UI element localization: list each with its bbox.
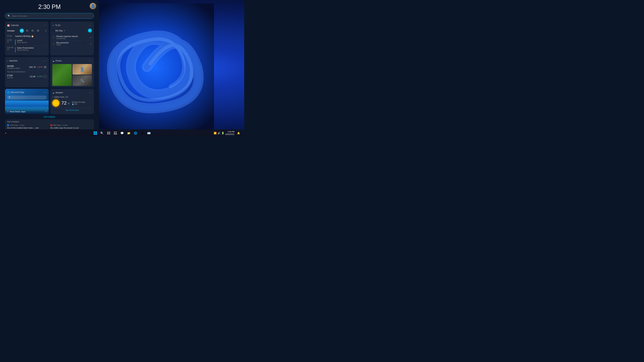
cal-event-lunch-details: Lunch Omar Bennet <box>17 39 27 43</box>
todo-myday-label: My Day <box>55 29 63 32</box>
svg-rect-13 <box>116 133 117 135</box>
cal-day-22[interactable]: 22 <box>30 28 35 33</box>
search-input[interactable] <box>12 15 92 17</box>
story-1-source-icon <box>7 124 9 126</box>
widgets-button[interactable] <box>112 130 118 136</box>
svg-rect-8 <box>109 133 110 134</box>
profile-avatar[interactable]: 👤 <box>90 3 96 9</box>
todo-star-2[interactable]: ☆ <box>90 42 92 45</box>
todo-header: ✔ To Do ··· <box>52 23 92 27</box>
battery-icon[interactable]: 🔋 <box>221 132 224 134</box>
stock-wgrb[interactable]: WGRB Woodgrove Bank 435.75 -1.67% ● <box>7 64 46 70</box>
weather-unit-f: °F <box>68 102 70 105</box>
todo-myday-chevron-icon[interactable]: ∨ <box>64 29 65 32</box>
edge-taskbar-button[interactable]: 🌐 <box>132 130 138 136</box>
widget-grid: 📅 Calendar ··· October 20 21 22 23 ∨ All… <box>5 21 94 114</box>
photo-item-2[interactable] <box>72 64 92 75</box>
story-item-1[interactable]: USA Today · 3 mins One of the smallest b… <box>7 124 49 129</box>
edge-menu-button[interactable]: ··· <box>43 90 46 94</box>
story-item-2[interactable]: NBC News · 5 mins Are coffee naps the an… <box>50 124 92 129</box>
cal-birthday-title: Sophia's Birthday 🎂 <box>15 35 46 37</box>
top-stories-section: TOP STORIES USA Today · 3 mins One of th… <box>5 119 94 131</box>
taskbar-left: ∧ <box>3 130 9 136</box>
weather-temperature: 72 <box>62 100 66 106</box>
taskbar-search-button[interactable]: 🔍 <box>99 130 105 136</box>
photos-menu-button[interactable]: ··· <box>88 59 92 63</box>
todo-title-1: Review expense reports <box>56 35 88 37</box>
search-bar[interactable]: 🔍 <box>5 13 94 19</box>
edge-browser-icon: 🌐 <box>7 91 10 94</box>
calendar-event-lunch[interactable]: 12 PM 1h Lunch Omar Bennet <box>7 38 46 46</box>
photo-item-3[interactable] <box>72 75 92 86</box>
photos-title: Photos <box>56 60 62 62</box>
calendar-month-row: October 20 21 22 23 ∨ <box>7 28 46 33</box>
cal-day-21[interactable]: 21 <box>25 28 29 33</box>
stories-grid: USA Today · 3 mins One of the smallest b… <box>7 124 92 129</box>
watchlist-menu-button[interactable]: ··· <box>43 59 46 63</box>
calendar-menu-button[interactable]: ··· <box>43 23 46 27</box>
edge-expand-icon[interactable]: ↗ <box>45 110 47 113</box>
system-tray-icons: 📶 🔊 🔋 <box>214 132 224 134</box>
weather-menu-button[interactable]: ··· <box>88 91 92 94</box>
todo-circle-2[interactable] <box>52 42 55 45</box>
calendar-days: 20 21 22 23 <box>20 28 40 33</box>
story-2-source-row: NBC News · 5 mins <box>50 124 92 126</box>
cal-day-23[interactable]: 23 <box>36 28 40 33</box>
todo-item-2[interactable]: Buy groceries Tasks ☆ <box>52 40 92 47</box>
photos-grid <box>52 64 92 86</box>
taskbar-clock[interactable]: 2:30 PM 10/20/2021 <box>225 131 234 136</box>
svg-rect-3 <box>94 133 95 135</box>
todo-add-button[interactable]: + <box>88 28 92 32</box>
photos-title-row: ☁ Photos <box>52 60 62 62</box>
wifi-icon[interactable]: 📶 <box>214 132 216 134</box>
stock-ctsp-indicator: ○ <box>44 75 46 78</box>
calendar-event-birthday[interactable]: All day Sophia's Birthday 🎂 <box>7 34 46 38</box>
cal-event-birthday-details: Sophia's Birthday 🎂 <box>15 35 46 37</box>
chat-button[interactable]: 💬 <box>119 130 125 136</box>
microsoft-store-button[interactable]: 🛍 <box>139 130 145 136</box>
edge-search-bar[interactable]: 🔍 <box>7 95 46 99</box>
photos-widget: ☁ Photos ··· <box>50 57 94 87</box>
search-icon: 🔍 <box>8 14 10 17</box>
svg-rect-10 <box>116 132 117 132</box>
calendar-event-sales[interactable]: 3:30 PM 1h Sales Presentation Teams Meet… <box>7 46 46 53</box>
stock-wgrb-change: -1.67% <box>37 66 42 68</box>
droplet-icon: 💧 <box>72 103 74 105</box>
todo-widget: ✔ To Do ··· ✦ My Day ∨ + Review expense … <box>50 21 94 55</box>
photo-item-1[interactable] <box>52 64 72 86</box>
taskbar: ∧ 🔍 <box>0 129 244 137</box>
avatar-image: 👤 <box>90 3 96 9</box>
edge-search-input[interactable] <box>12 96 45 98</box>
system-tray-chevron-button[interactable]: ∧ <box>3 130 9 136</box>
start-button[interactable] <box>92 130 98 136</box>
add-widgets-button[interactable]: Add widgets <box>5 114 94 119</box>
todo-circle-1[interactable] <box>52 36 55 39</box>
svg-rect-2 <box>96 131 97 133</box>
weather-details: Strong UV today 💧 0% <box>72 101 85 105</box>
mail-button[interactable]: 📧 <box>146 130 152 136</box>
volume-icon[interactable]: 🔊 <box>218 132 220 134</box>
edge-widget: 🌐 Microsoft Edge ··· 🔍 📍 Ikema Ohashi, J… <box>5 89 49 114</box>
windows-wallpaper-swirl <box>80 3 214 131</box>
file-explorer-button[interactable]: 📁 <box>126 130 132 136</box>
todo-icon: ✔ <box>52 24 54 27</box>
notification-button[interactable]: 🔔 <box>236 130 242 136</box>
weather-forecast-link[interactable]: See full forecast <box>52 108 92 111</box>
todo-item-1[interactable]: Review expense reports Q4 planning ☆ <box>52 34 92 40</box>
stock-ctsp[interactable]: CTSP Contoso 23.98 +2.23% ○ <box>7 73 46 79</box>
stock-wgrb-name: Woodgrove Bank <box>7 67 20 69</box>
story-1-source: USA Today · 3 mins <box>10 124 24 126</box>
svg-rect-12 <box>114 133 115 135</box>
cal-day-20[interactable]: 20 <box>20 28 24 33</box>
widgets-icon <box>114 132 117 135</box>
task-view-button[interactable] <box>106 130 112 136</box>
todo-menu-button[interactable]: ··· <box>88 23 92 27</box>
todo-star-1[interactable]: ☆ <box>90 36 92 39</box>
sun-icon: ✦ <box>52 29 54 32</box>
todo-title-row: ✔ To Do <box>52 24 60 27</box>
weather-sun-icon <box>52 99 59 107</box>
calendar-chevron-icon[interactable]: ∨ <box>45 29 46 32</box>
edge-image[interactable]: 📍 Ikema Ohashi, Japan ↗ <box>5 101 49 114</box>
calendar-title: Calendar <box>11 24 19 26</box>
task-view-icon <box>107 132 110 134</box>
